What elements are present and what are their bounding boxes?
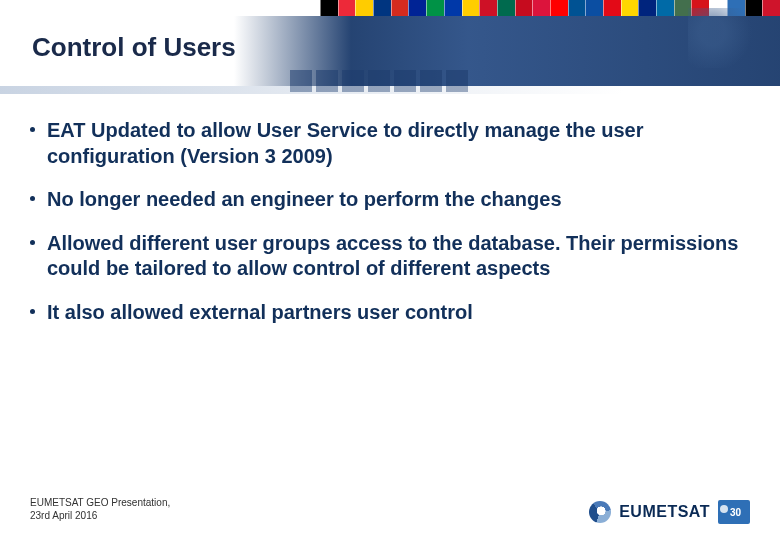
- flag-icon: [497, 0, 515, 16]
- bullet-icon: [30, 240, 35, 245]
- bullet-item: No longer needed an engineer to perform …: [30, 187, 750, 213]
- flag-icon: [391, 0, 409, 16]
- flag-icon: [408, 0, 426, 16]
- bullet-text: EAT Updated to allow User Service to dir…: [47, 118, 750, 169]
- bullet-item: It also allowed external partners user c…: [30, 300, 750, 326]
- bullet-icon: [30, 309, 35, 314]
- content-area: EAT Updated to allow User Service to dir…: [30, 118, 750, 344]
- badge-satellite-icon: [720, 505, 728, 513]
- flag-icon: [568, 0, 586, 16]
- bullet-text: Allowed different user groups access to …: [47, 231, 750, 282]
- footer-text: EUMETSAT GEO Presentation, 23rd April 20…: [30, 496, 170, 522]
- eumetsat-logo-text: EUMETSAT: [619, 503, 710, 521]
- flag-icon: [479, 0, 497, 16]
- anniversary-badge: [718, 500, 750, 524]
- flag-icon: [532, 0, 550, 16]
- footer-line1: EUMETSAT GEO Presentation,: [30, 496, 170, 509]
- flag-icon: [373, 0, 391, 16]
- flag-icon: [320, 0, 338, 16]
- flag-icon: [656, 0, 674, 16]
- bullet-text: No longer needed an engineer to perform …: [47, 187, 562, 213]
- flag-icon: [462, 0, 480, 16]
- flag-icon: [550, 0, 568, 16]
- bullet-icon: [30, 127, 35, 132]
- footer-logo: EUMETSAT: [589, 500, 750, 524]
- slide-title: Control of Users: [32, 32, 236, 63]
- eumetsat-swirl-icon: [589, 501, 611, 523]
- banner-divider: [0, 86, 780, 94]
- flag-icon: [338, 0, 356, 16]
- flag-icon: [638, 0, 656, 16]
- flag-icon: [444, 0, 462, 16]
- flag-icon: [426, 0, 444, 16]
- flag-icon: [515, 0, 533, 16]
- flag-icon: [621, 0, 639, 16]
- bullet-text: It also allowed external partners user c…: [47, 300, 473, 326]
- bullet-item: EAT Updated to allow User Service to dir…: [30, 118, 750, 169]
- bullet-item: Allowed different user groups access to …: [30, 231, 750, 282]
- footer-line2: 23rd April 2016: [30, 509, 170, 522]
- flag-icon: [585, 0, 603, 16]
- flag-icon: [603, 0, 621, 16]
- flag-icon: [355, 0, 373, 16]
- bullet-icon: [30, 196, 35, 201]
- satellite-graphic: [688, 8, 768, 68]
